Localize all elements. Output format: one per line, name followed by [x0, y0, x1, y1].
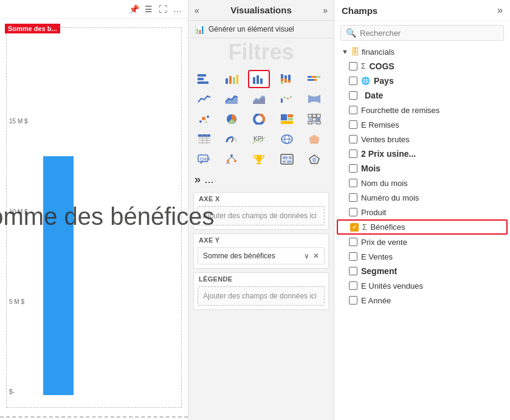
- more-dots[interactable]: …: [204, 174, 214, 185]
- viz-decomp[interactable]: [221, 150, 243, 168]
- field-checkbox-benefices[interactable]: [350, 223, 359, 232]
- more-arrows[interactable]: »: [195, 173, 201, 186]
- field-item-fourchette[interactable]: Fourchette de remises: [337, 103, 508, 117]
- field-label-pays: Pays: [374, 76, 394, 86]
- generate-row[interactable]: 📊 Générer un élément visuel: [188, 21, 334, 38]
- field-item-nom-mois[interactable]: Nom du mois: [337, 176, 508, 190]
- search-input[interactable]: [360, 29, 498, 38]
- field-checkbox-ventes[interactable]: [349, 252, 357, 261]
- viz-shape-map[interactable]: [303, 130, 325, 148]
- viz-area2[interactable]: [248, 90, 270, 108]
- viz-gauge[interactable]: [221, 130, 243, 148]
- viz-bar-vert2[interactable]: [248, 70, 270, 88]
- viz-pie[interactable]: [221, 110, 243, 128]
- field-item-ventes[interactable]: E Ventes: [337, 249, 508, 264]
- field-item-date[interactable]: Date: [337, 88, 508, 103]
- legende-drop[interactable]: Ajouter des champs de données ici: [198, 286, 325, 306]
- field-item-prix-vente[interactable]: Prix de vente: [337, 235, 508, 249]
- svg-rect-36: [281, 114, 287, 120]
- viz-custom2[interactable]: [303, 150, 325, 168]
- section-header-financials: ▼ 🗄 financials: [337, 44, 508, 59]
- svg-rect-1: [198, 78, 204, 80]
- axe-y-group: Axe Y Somme des bénéfices ∨ ✕: [193, 233, 329, 269]
- viz-custom1[interactable]: [276, 150, 298, 168]
- viz-area[interactable]: [221, 90, 243, 108]
- field-item-prix-usine[interactable]: 2 Prix usine...: [337, 146, 508, 161]
- field-label-remises: E Remises: [361, 120, 399, 129]
- field-checkbox-ventes-brutes[interactable]: [349, 135, 357, 143]
- field-item-remises[interactable]: E Remises: [337, 117, 508, 132]
- field-checkbox-date[interactable]: [349, 91, 357, 100]
- field-checkbox-remises[interactable]: [349, 120, 357, 129]
- viz-bar-stack[interactable]: [276, 70, 298, 88]
- filter-icon[interactable]: ☰: [143, 4, 154, 15]
- field-checkbox-prix-vente[interactable]: [349, 238, 357, 246]
- svg-text:Q&A: Q&A: [200, 156, 211, 162]
- field-label-ventes-brutes: Ventes brutes: [361, 135, 410, 144]
- pin-icon[interactable]: 📌: [128, 4, 139, 15]
- viz-trophy[interactable]: [248, 150, 270, 168]
- viz-waterfall[interactable]: [276, 90, 298, 108]
- viz-bar-stack2[interactable]: [303, 70, 325, 88]
- y-label-0: $-: [9, 388, 28, 395]
- axe-y-value: Somme des bénéfices: [203, 252, 275, 260]
- viz-matrix[interactable]: [303, 110, 325, 128]
- viz-scatter[interactable]: [193, 110, 215, 128]
- viz-qa[interactable]: Q&A: [193, 150, 215, 168]
- field-item-mois[interactable]: Mois: [337, 161, 508, 176]
- svg-rect-25: [281, 98, 283, 103]
- viz-line[interactable]: [193, 90, 215, 108]
- search-box[interactable]: 🔍: [340, 25, 504, 41]
- svg-rect-26: [284, 97, 286, 98]
- field-item-unites[interactable]: E Unités vendues: [337, 278, 508, 293]
- viz-kpi[interactable]: KPI: [248, 130, 270, 148]
- field-checkbox-fourchette[interactable]: [349, 106, 357, 114]
- axe-y-filled[interactable]: Somme des bénéfices ∨ ✕: [198, 247, 325, 264]
- axe-x-label: Axe X: [194, 193, 328, 204]
- field-checkbox-mois[interactable]: [349, 164, 357, 173]
- section-chevron[interactable]: ▼: [342, 48, 348, 55]
- svg-rect-10: [281, 74, 283, 78]
- viz-ribbon[interactable]: [303, 90, 325, 108]
- field-checkbox-cogs[interactable]: [349, 62, 357, 71]
- svg-line-55: [232, 138, 233, 142]
- svg-rect-48: [317, 122, 320, 124]
- field-item-numero-mois[interactable]: Numéro du mois: [337, 190, 508, 205]
- y-label-5: 5 M $: [9, 298, 28, 305]
- viz-table[interactable]: [193, 130, 215, 148]
- viz-treemap[interactable]: [276, 110, 298, 128]
- field-checkbox-numero-mois[interactable]: [349, 193, 357, 202]
- nav-left-icon[interactable]: «: [195, 5, 199, 15]
- field-label-produit: Produit: [361, 208, 386, 217]
- field-checkbox-produit[interactable]: [349, 208, 357, 216]
- field-item-pays[interactable]: 🌐 Pays: [337, 74, 508, 88]
- field-checkbox-annee[interactable]: [349, 296, 357, 305]
- viz-bar-vert[interactable]: [221, 70, 243, 88]
- field-checkbox-unites[interactable]: [349, 281, 357, 290]
- axe-y-chevron[interactable]: ∨: [304, 252, 309, 260]
- field-item-ventes-brutes[interactable]: Ventes brutes: [337, 132, 508, 146]
- viz-bar-horiz[interactable]: [193, 70, 215, 88]
- right-nav-icon[interactable]: »: [497, 5, 503, 16]
- field-item-cogs[interactable]: Σ COGS: [337, 59, 508, 74]
- more-icon[interactable]: …: [172, 4, 183, 15]
- visualisations-header: « Visualisations »: [188, 0, 334, 21]
- field-item-produit[interactable]: Produit: [337, 205, 508, 219]
- bottom-divider: [0, 416, 188, 418]
- field-checkbox-prix-usine[interactable]: [349, 150, 357, 158]
- viz-donut[interactable]: [248, 110, 270, 128]
- svg-rect-16: [288, 80, 291, 83]
- expand-icon[interactable]: ⛶: [157, 4, 168, 15]
- viz-map[interactable]: [276, 130, 298, 148]
- field-type-benefices: Σ: [362, 223, 367, 232]
- field-item-segment[interactable]: Segment: [337, 264, 508, 278]
- axe-x-drop[interactable]: Ajouter des champs de données ici: [198, 206, 325, 225]
- field-item-annee[interactable]: E Année: [337, 293, 508, 308]
- svg-line-69: [228, 162, 230, 164]
- field-checkbox-nom-mois[interactable]: [349, 179, 357, 187]
- field-checkbox-segment[interactable]: [349, 267, 357, 275]
- field-checkbox-pays[interactable]: [349, 77, 357, 85]
- axe-y-close[interactable]: ✕: [313, 252, 319, 260]
- nav-right-icon[interactable]: »: [323, 5, 328, 15]
- field-item-benefices[interactable]: Σ Bénéfices: [337, 219, 508, 235]
